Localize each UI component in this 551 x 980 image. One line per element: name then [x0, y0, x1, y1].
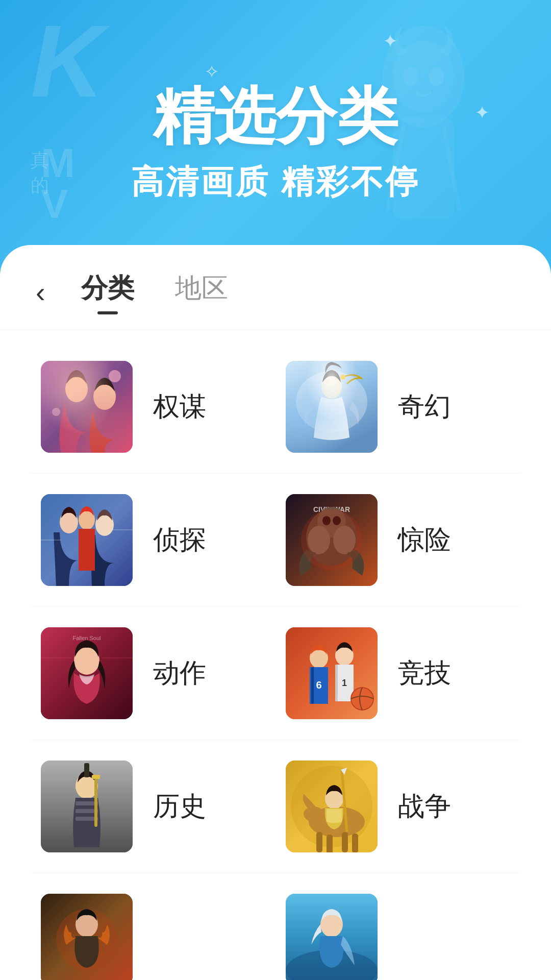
category-label-dongzuo: 动作 [153, 655, 206, 691]
sparkle-icon-3: ✧ [204, 61, 219, 83]
svg-point-14 [321, 374, 342, 399]
category-label-zhanzhen: 战争 [398, 789, 451, 824]
svg-point-41 [351, 688, 373, 710]
svg-rect-7 [41, 361, 133, 453]
svg-rect-57 [352, 834, 358, 852]
svg-rect-54 [316, 832, 322, 852]
category-item-row5-left[interactable] [31, 873, 276, 980]
svg-point-11 [52, 408, 60, 416]
category-row-4: 历史 [31, 740, 520, 873]
hero-bg-decoration: K [31, 10, 99, 112]
category-thumb-jingxian: CIVIL WAR 3 [286, 494, 378, 586]
svg-rect-56 [342, 832, 348, 852]
back-button[interactable]: ‹ [31, 273, 51, 312]
tab-bar: ‹ 分类 地区 [0, 245, 551, 330]
category-thumb-qihuan [286, 361, 378, 453]
category-thumb-jingji: 6 1 [286, 627, 378, 719]
category-item-lishi[interactable]: 历史 [31, 740, 276, 873]
svg-rect-12 [286, 361, 378, 453]
category-item-zhentan[interactable]: 侦探 [31, 474, 276, 606]
category-item-dongzuo[interactable]: Fallen Soul [31, 607, 276, 740]
hero-subtitle: 高清画质 精彩不停 [131, 160, 420, 204]
category-row-5 [31, 873, 520, 980]
category-thumb-row5-left [41, 894, 133, 980]
category-thumb-dongzuo: Fallen Soul [41, 627, 133, 719]
category-thumb-quanmou [41, 361, 133, 453]
category-row-2: 侦探 CIVIL WAR [31, 474, 520, 607]
hero-label-decoration: 真的 [31, 148, 49, 198]
category-row-1: 权谋 [31, 340, 520, 474]
content-card: ‹ 分类 地区 [0, 245, 551, 980]
tab-fenlei[interactable]: 分类 [81, 271, 134, 314]
svg-rect-50 [92, 775, 100, 779]
svg-point-15 [340, 375, 345, 380]
svg-point-4 [429, 67, 444, 86]
category-label-quanmou: 权谋 [153, 389, 206, 425]
svg-point-9 [93, 383, 116, 410]
category-item-jingji[interactable]: 6 1 [276, 607, 520, 740]
svg-text:6: 6 [316, 679, 321, 691]
svg-point-31 [301, 509, 362, 571]
svg-point-13 [296, 371, 367, 432]
category-label-jingxian: 惊险 [398, 522, 451, 558]
tab-diqu[interactable]: 地区 [175, 271, 228, 314]
svg-point-58 [304, 806, 324, 822]
svg-rect-55 [327, 835, 333, 852]
category-list: 权谋 [0, 330, 551, 980]
hero-title: 精选分类 [153, 82, 398, 150]
category-item-jingxian[interactable]: CIVIL WAR 3 [276, 474, 520, 606]
tabs-container: 分类 地区 [81, 271, 228, 314]
category-item-qihuan[interactable]: 奇幻 [276, 340, 520, 473]
category-thumb-row5-right [286, 894, 378, 980]
svg-text:1: 1 [342, 678, 347, 688]
svg-point-10 [109, 370, 121, 382]
category-label-lishi: 历史 [153, 789, 206, 824]
category-thumb-lishi [41, 761, 133, 852]
category-label-qihuan: 奇幻 [398, 389, 451, 425]
category-item-row5-right[interactable] [276, 873, 520, 980]
category-thumb-zhentan [41, 494, 133, 586]
category-row-3: Fallen Soul [31, 607, 520, 740]
svg-rect-48 [84, 763, 89, 777]
svg-point-3 [403, 67, 418, 86]
svg-rect-49 [94, 776, 97, 827]
category-thumb-zhanzhen [286, 761, 378, 852]
category-label-jingji: 竞技 [398, 655, 451, 691]
category-label-zhentan: 侦探 [153, 522, 206, 558]
category-item-quanmou[interactable]: 权谋 [31, 340, 276, 473]
category-item-zhanzhen[interactable]: 战争 [276, 740, 520, 873]
hero-section: K MV 真的 ✦ ✦ ✧ 精选分类 高清画质 精彩不停 [0, 0, 551, 286]
svg-point-8 [65, 376, 88, 402]
